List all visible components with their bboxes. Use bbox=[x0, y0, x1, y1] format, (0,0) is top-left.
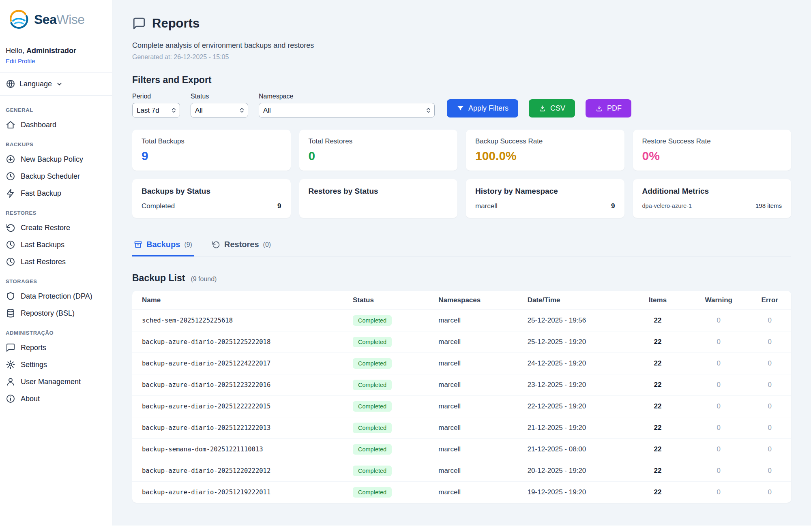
cell-items: 22 bbox=[626, 482, 689, 503]
section-label-backups: BACKUPS bbox=[0, 133, 112, 151]
user-icon bbox=[6, 377, 15, 387]
pdf-export-button[interactable]: PDF bbox=[586, 99, 631, 118]
sidebar-item-new-backup-policy[interactable]: New Backup Policy bbox=[0, 151, 112, 168]
table-row: backup-semana-dom-20251221110013 Complet… bbox=[132, 439, 791, 460]
column-header-error: Error bbox=[748, 291, 791, 310]
table-row: backup-azure-diario-20251222222015 Compl… bbox=[132, 396, 791, 417]
sidebar-item-user-management[interactable]: User Management bbox=[0, 373, 112, 390]
csv-label: CSV bbox=[550, 104, 565, 113]
cell-datetime: 22-12-2025 - 19:20 bbox=[518, 396, 626, 417]
sidebar-item-settings[interactable]: Settings bbox=[0, 356, 112, 373]
logo-wordmark: SeaWise bbox=[34, 12, 85, 27]
sidebar-item-last-backups[interactable]: Last Backups bbox=[0, 236, 112, 253]
backup-list-header: Backup List (9 found) bbox=[132, 273, 791, 284]
cell-warning: 0 bbox=[689, 439, 748, 460]
cell-status: Completed bbox=[343, 460, 429, 482]
edit-profile-link[interactable]: Edit Profile bbox=[6, 58, 35, 64]
sidebar-item-create-restore[interactable]: Create Restore bbox=[0, 219, 112, 236]
tab-count: (0) bbox=[263, 241, 271, 248]
status-badge: Completed bbox=[353, 358, 392, 369]
backups-table: Name Status Namespaces Date/Time Items W… bbox=[132, 291, 791, 503]
table-row: sched-sem-20251225225618 Completed marce… bbox=[132, 310, 791, 331]
sidebar-item-label: Settings bbox=[21, 361, 47, 369]
cell-namespace: marcell bbox=[429, 396, 517, 417]
stat-value: 9 bbox=[142, 149, 281, 163]
cell-error: 0 bbox=[748, 439, 791, 460]
sidebar-item-fast-backup[interactable]: Fast Backup bbox=[0, 185, 112, 202]
sidebar-item-reports[interactable]: Reports bbox=[0, 339, 112, 356]
sidebar-item-label: Last Backups bbox=[21, 241, 64, 249]
sidebar-item-repostory-bsl[interactable]: Repostory (BSL) bbox=[0, 305, 112, 322]
cell-warning: 0 bbox=[689, 310, 748, 331]
namespace-label: Namespace bbox=[259, 93, 435, 100]
pdf-label: PDF bbox=[607, 104, 622, 113]
sidebar-item-data-protection-dpa[interactable]: Data Protection (DPA) bbox=[0, 288, 112, 305]
namespace-select[interactable]: All bbox=[259, 103, 435, 118]
tab-backups[interactable]: Backups (9) bbox=[132, 236, 194, 256]
tab-bar: Backups (9) Restores (0) bbox=[132, 236, 791, 256]
period-label: Period bbox=[132, 93, 180, 100]
csv-export-button[interactable]: CSV bbox=[529, 99, 575, 118]
status-select[interactable]: All bbox=[191, 103, 248, 118]
cell-name: backup-azure-diario-20251221222013 bbox=[132, 417, 343, 439]
cell-warning: 0 bbox=[689, 460, 748, 482]
sidebar-item-dashboard[interactable]: Dashboard bbox=[0, 116, 112, 133]
cell-error: 0 bbox=[748, 331, 791, 353]
summary-title: Backups by Status bbox=[142, 187, 281, 196]
tab-restores[interactable]: Restores (0) bbox=[210, 236, 272, 256]
sidebar-item-label: Dashboard bbox=[21, 121, 56, 129]
gear-icon bbox=[6, 360, 15, 370]
sidebar: SeaWise Hello, Administrador Edit Profil… bbox=[0, 0, 112, 526]
filter-bar: Period Last 7d Status All Namespace All bbox=[132, 93, 791, 118]
cell-warning: 0 bbox=[689, 331, 748, 353]
sidebar-item-label: About bbox=[21, 395, 40, 403]
cell-name: sched-sem-20251225225618 bbox=[132, 310, 343, 331]
period-select[interactable]: Last 7d bbox=[132, 103, 180, 118]
cell-error: 0 bbox=[748, 460, 791, 482]
cell-name: backup-azure-diario-20251224222017 bbox=[132, 353, 343, 374]
stat-value: 0% bbox=[642, 149, 782, 163]
cell-datetime: 25-12-2025 - 19:56 bbox=[518, 310, 626, 331]
sidebar-item-about[interactable]: About bbox=[0, 390, 112, 407]
table-row: backup-azure-diario-20251220222012 Compl… bbox=[132, 460, 791, 482]
stat-card-total-restores: Total Restores 0 bbox=[299, 130, 458, 171]
sidebar-item-last-restores[interactable]: Last Restores bbox=[0, 253, 112, 270]
status-badge: Completed bbox=[353, 466, 392, 476]
cell-name: backup-azure-diario-20251219222011 bbox=[132, 482, 343, 503]
info-icon bbox=[6, 394, 15, 404]
status-badge: Completed bbox=[353, 315, 392, 326]
cell-status: Completed bbox=[343, 417, 429, 439]
cell-namespace: marcell bbox=[429, 374, 517, 396]
stat-card-restore-success-rate: Restore Success Rate 0% bbox=[633, 130, 792, 171]
database-icon bbox=[6, 308, 15, 318]
table-row: backup-azure-diario-20251224222017 Compl… bbox=[132, 353, 791, 374]
section-label-general: GENERAL bbox=[0, 99, 112, 116]
cell-name: backup-semana-dom-20251221110013 bbox=[132, 439, 343, 460]
chevron-down-icon bbox=[56, 81, 63, 88]
apply-filters-button[interactable]: Apply Filters bbox=[447, 99, 518, 118]
status-badge: Completed bbox=[353, 380, 392, 390]
summary-title: Additional Metrics bbox=[642, 187, 782, 196]
download-icon bbox=[595, 105, 603, 112]
cell-namespace: marcell bbox=[429, 353, 517, 374]
cell-warning: 0 bbox=[689, 482, 748, 503]
cell-namespace: marcell bbox=[429, 417, 517, 439]
cell-datetime: 21-12-2025 - 19:20 bbox=[518, 417, 626, 439]
stat-cards: Total Backups 9 Total Restores 0 Backup … bbox=[132, 130, 791, 171]
sidebar-item-label: Fast Backup bbox=[21, 189, 61, 198]
backup-list-count: (9 found) bbox=[191, 276, 217, 283]
table-row: backup-azure-diario-20251225222018 Compl… bbox=[132, 331, 791, 353]
cell-namespace: marcell bbox=[429, 460, 517, 482]
column-header-warning: Warning bbox=[689, 291, 748, 310]
summary-row-value: 9 bbox=[277, 202, 281, 210]
seawise-logo-icon bbox=[7, 8, 30, 31]
filter-icon bbox=[457, 105, 464, 112]
archive-icon bbox=[134, 240, 142, 249]
greeting-block: Hello, Administrador Edit Profile bbox=[0, 39, 112, 73]
cell-datetime: 21-12-2025 - 08:00 bbox=[518, 439, 626, 460]
sidebar-item-backup-scheduler[interactable]: Backup Scheduler bbox=[0, 168, 112, 185]
language-selector[interactable]: Language bbox=[0, 73, 112, 96]
cell-error: 0 bbox=[748, 482, 791, 503]
namespace-filter: Namespace All bbox=[259, 93, 435, 118]
main-content: Reports Complete analysis of environment… bbox=[112, 0, 811, 526]
